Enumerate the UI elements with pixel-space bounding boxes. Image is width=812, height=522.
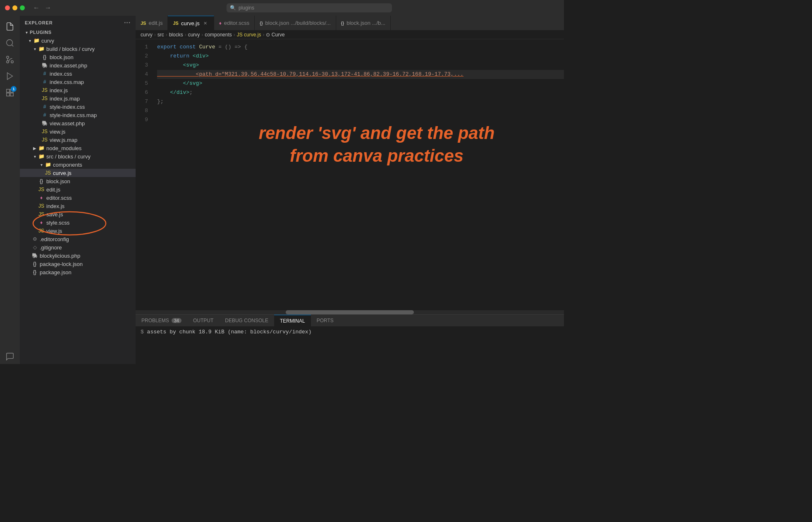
panel-tab-terminal[interactable]: TERMINAL	[274, 315, 311, 326]
json-icon: {}	[41, 54, 48, 60]
code-line-2: return <div>	[157, 52, 564, 61]
sidebar-item-style-index-css[interactable]: # style-index.css	[20, 103, 136, 111]
breadcrumb-curvy2[interactable]: curvy	[188, 32, 200, 38]
scrollbar-thumb[interactable]	[286, 310, 414, 314]
sidebar-item-src-blocks-curvy[interactable]: ▾ 📁 src / blocks / curvy	[20, 152, 136, 160]
sidebar-item-style-index-css-map[interactable]: # style-index.css.map	[20, 111, 136, 119]
tab-editor-scss[interactable]: ♦ editor.scss	[214, 16, 255, 30]
minimize-button[interactable]	[12, 5, 17, 10]
tab-block-json-2[interactable]: {} block.json .../b...	[336, 16, 391, 30]
sidebar-item-components[interactable]: ▾ 📁 components	[20, 160, 136, 169]
sidebar-item-view-js-map[interactable]: JS view.js.map	[20, 136, 136, 144]
css-icon: #	[41, 70, 48, 77]
forward-arrow[interactable]: →	[43, 3, 53, 12]
components-chevron: ▾	[38, 161, 45, 168]
sidebar-item-view-js[interactable]: JS view.js	[20, 127, 136, 136]
build-blocks-chevron: ▾	[31, 45, 38, 52]
breadcrumb-curve-js[interactable]: JS curve.js	[237, 32, 261, 38]
sidebar-item-blockylicious-php[interactable]: 🐘 blockylicious.php	[20, 251, 136, 260]
sidebar-item-view-js-src[interactable]: JS view.js	[20, 227, 136, 235]
sidebar-item-block-json-1[interactable]: {} block.json	[20, 53, 136, 61]
tab-curve-js-close[interactable]: ✕	[202, 20, 209, 26]
src-blocks-chevron: ▾	[31, 153, 38, 160]
editor-area: JS edit.js JS curve.js ✕ ♦ editor.scss {…	[136, 16, 564, 364]
view-js-src-icon: JS	[38, 227, 45, 234]
svg-point-3	[7, 56, 9, 59]
run-activity-icon[interactable]	[2, 69, 17, 84]
sidebar-item-style-scss[interactable]: ♦ style.scss	[20, 218, 136, 227]
sidebar-item-index-css-map[interactable]: # index.css.map	[20, 78, 136, 86]
code-editor[interactable]: 1 2 3 4 5 6 7 8 9 export const Curve = (…	[136, 39, 564, 314]
tab-block-json-1-label: block.json .../build/blocks/...	[265, 20, 331, 26]
sidebar-item-package-lock-json[interactable]: {} package-lock.json	[20, 260, 136, 268]
explorer-activity-icon[interactable]	[2, 19, 17, 34]
curvy-folder-icon: 📁	[33, 37, 40, 44]
bottom-panel: PROBLEMS 34 OUTPUT DEBUG CONSOLE TERMINA…	[136, 314, 564, 364]
breadcrumb-curve-fn[interactable]: ⊙ Curve	[266, 32, 284, 38]
terminal-line: assets by chunk 18.9 KiB (name: blocks/c…	[147, 329, 312, 335]
sidebar-item-package-json[interactable]: {} package.json	[20, 268, 136, 276]
back-arrow[interactable]: ←	[31, 3, 41, 12]
sidebar-item-editor-scss[interactable]: ♦ editor.scss	[20, 194, 136, 202]
activity-bar: 1	[0, 16, 20, 364]
plugins-label: PLUGINS	[30, 30, 52, 35]
horizontal-scrollbar[interactable]	[136, 310, 564, 314]
close-button[interactable]	[5, 5, 10, 10]
breadcrumb: curvy › src › blocks › curvy › component…	[136, 30, 564, 39]
tab-curve-js[interactable]: JS curve.js ✕	[168, 16, 214, 30]
sidebar-item-edit-js[interactable]: JS edit.js	[20, 185, 136, 194]
editor-main: 1 2 3 4 5 6 7 8 9 export const Curve = (…	[136, 39, 564, 364]
panel-tab-output[interactable]: OUTPUT	[187, 315, 219, 326]
sidebar-item-curve-js[interactable]: JS curve.js	[20, 169, 136, 177]
sidebar-more-icon[interactable]: ···	[124, 19, 131, 26]
php-icon: 🐘	[41, 62, 48, 69]
terminal-content[interactable]: $ assets by chunk 18.9 KiB (name: blocks…	[136, 326, 564, 364]
sidebar-item-editorconfig[interactable]: ⚙ .editorconfig	[20, 235, 136, 243]
sidebar-item-index-js-src[interactable]: JS index.js	[20, 202, 136, 210]
sidebar-item-index-js-map[interactable]: JS index.js.map	[20, 94, 136, 103]
blockylicious-php-icon: 🐘	[31, 252, 38, 259]
sidebar-item-index-js[interactable]: JS index.js	[20, 86, 136, 94]
code-line-3: <svg>	[157, 61, 564, 70]
code-line-5: </svg>	[157, 79, 564, 88]
terminal-prompt: $	[141, 329, 147, 335]
sidebar-item-index-asset-php[interactable]: 🐘 index.asset.php	[20, 61, 136, 69]
tab-block-json-1[interactable]: {} block.json .../build/blocks/...	[255, 16, 336, 30]
breadcrumb-curvy[interactable]: curvy	[141, 32, 153, 38]
search-bar[interactable]: 🔍 plugins	[227, 3, 392, 12]
svg-point-2	[11, 61, 14, 63]
sidebar-item-curvy[interactable]: ▾ 📁 curvy	[20, 36, 136, 45]
search-activity-icon[interactable]	[2, 36, 17, 50]
breadcrumb-blocks[interactable]: blocks	[169, 32, 183, 38]
sidebar-item-block-json-2[interactable]: {} block.json	[20, 177, 136, 185]
sidebar-item-gitignore[interactable]: ◇ .gitignore	[20, 243, 136, 251]
tab-block-json-2-icon: {}	[341, 21, 344, 26]
node-modules-chevron: ▶	[31, 145, 38, 151]
src-blocks-folder-icon: 📁	[38, 153, 45, 160]
sidebar-item-view-asset-php[interactable]: 🐘 view.asset.php	[20, 119, 136, 127]
sidebar-item-node-modules[interactable]: ▶ 📁 node_modules	[20, 144, 136, 152]
sidebar-header: EXPLORER ···	[20, 16, 136, 28]
account-activity-icon[interactable]	[2, 349, 17, 364]
panel-tab-debug-console[interactable]: DEBUG CONSOLE	[219, 315, 274, 326]
code-line-1: export const Curve = () => {	[157, 43, 564, 52]
breadcrumb-src[interactable]: src	[158, 32, 164, 38]
sidebar-item-save-js[interactable]: JS save.js	[20, 210, 136, 218]
sidebar-item-index-css[interactable]: # index.css	[20, 69, 136, 78]
plugins-root[interactable]: ▾ PLUGINS	[20, 28, 136, 36]
save-js-icon: JS	[38, 211, 45, 218]
build-blocks-folder-icon: 📁	[38, 45, 45, 52]
panel-tab-ports[interactable]: PORTS	[311, 315, 339, 326]
titlebar: ← → 🔍 plugins	[0, 0, 564, 16]
source-control-activity-icon[interactable]	[2, 52, 17, 67]
block-json2-icon: {}	[38, 178, 45, 184]
tab-curve-js-label: curve.js	[181, 20, 200, 26]
tab-edit-js[interactable]: JS edit.js	[136, 16, 168, 30]
panel-tab-problems[interactable]: PROBLEMS 34	[136, 315, 187, 326]
tab-block-json-1-icon: {}	[260, 21, 263, 26]
extensions-activity-icon[interactable]: 1	[2, 85, 17, 100]
package-json-icon: {}	[31, 269, 38, 275]
maximize-button[interactable]	[20, 5, 25, 10]
sidebar-item-build-blocks-curvy[interactable]: ▾ 📁 build / blocks / curvy	[20, 45, 136, 53]
breadcrumb-components[interactable]: components	[205, 32, 232, 38]
